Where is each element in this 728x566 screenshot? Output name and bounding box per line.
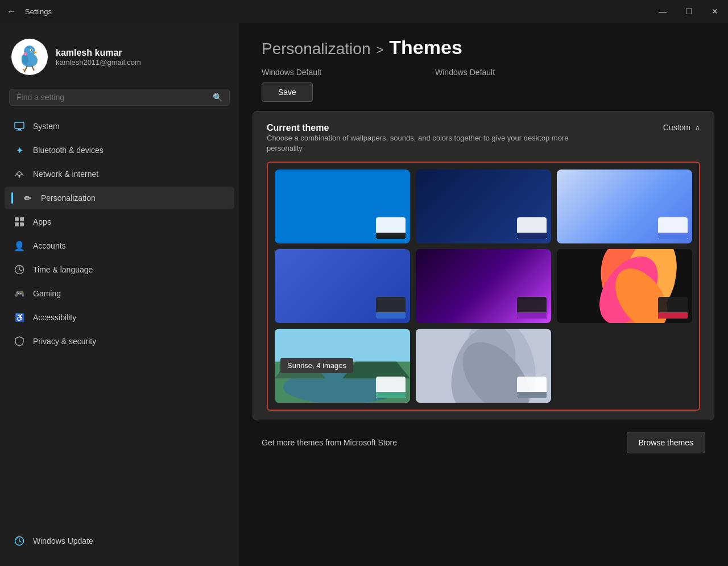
svg-rect-16 xyxy=(15,122,24,129)
apps-icon xyxy=(14,216,25,228)
maximize-button[interactable]: ☐ xyxy=(676,0,702,23)
personalization-icon: ✏ xyxy=(22,192,33,204)
app-title: Settings xyxy=(25,7,52,16)
theme-card-blue-solid[interactable] xyxy=(275,170,410,243)
svg-point-11 xyxy=(25,53,26,55)
svg-rect-23 xyxy=(20,222,24,226)
bottom-bar: Get more themes from Microsoft Store Bro… xyxy=(239,423,728,462)
save-button[interactable]: Save xyxy=(262,82,313,102)
main-content: Personalization > Themes Windows Default… xyxy=(239,23,728,566)
mini-window xyxy=(658,297,688,319)
sidebar-item-system[interactable]: System xyxy=(5,115,234,138)
windows-default-row: Windows Default Windows Default xyxy=(262,68,705,77)
nav-items: System ✦ Bluetooth & devices Network & i… xyxy=(0,115,239,353)
search-input[interactable] xyxy=(16,93,208,102)
custom-label: Custom xyxy=(663,123,690,132)
mini-window xyxy=(376,377,406,398)
sidebar-label-apps: Apps xyxy=(33,217,51,226)
user-profile[interactable]: kamlesh kumar kamlesh2011@gmail.com xyxy=(0,32,239,86)
user-info: kamlesh kumar kamlesh2011@gmail.com xyxy=(56,48,141,67)
more-themes-text: Get more themes from Microsoft Store xyxy=(262,438,397,447)
gaming-icon: 🎮 xyxy=(14,288,25,299)
sidebar-label-personalization: Personalization xyxy=(41,193,96,203)
chevron-up-icon: ∧ xyxy=(695,123,700,131)
system-icon xyxy=(14,121,25,132)
browse-themes-button[interactable]: Browse themes xyxy=(627,432,705,453)
breadcrumb-parent[interactable]: Personalization xyxy=(262,40,370,58)
sidebar-item-accounts[interactable]: 👤 Accounts xyxy=(5,234,234,257)
sidebar-item-personalization[interactable]: ✏ Personalization xyxy=(5,187,234,209)
mini-window xyxy=(376,217,406,239)
mini-window xyxy=(517,297,547,319)
search-box[interactable]: 🔍 xyxy=(9,89,230,106)
network-icon xyxy=(14,168,25,180)
sidebar-label-system: System xyxy=(33,122,60,131)
windows-default-1: Windows Default xyxy=(262,68,321,77)
active-indicator xyxy=(11,192,13,204)
user-name: kamlesh kumar xyxy=(56,48,141,58)
breadcrumb: Personalization > Themes xyxy=(239,23,728,68)
avatar xyxy=(11,39,48,75)
sidebar-item-gaming[interactable]: 🎮 Gaming xyxy=(5,282,234,305)
close-button[interactable]: ✕ xyxy=(702,0,728,23)
section-header: Windows Default Windows Default Save xyxy=(239,68,728,111)
sidebar-item-apps[interactable]: Apps xyxy=(5,210,234,233)
sidebar-bottom: Windows Update xyxy=(0,525,239,557)
user-email: kamlesh2011@gmail.com xyxy=(56,58,141,67)
breadcrumb-separator: > xyxy=(376,43,383,57)
theme-title-area: Current theme Choose a combination of wa… xyxy=(267,123,597,154)
sidebar-item-windows-update[interactable]: Windows Update xyxy=(5,530,234,552)
theme-card-purple-glow[interactable] xyxy=(416,249,551,323)
windows-default-2: Windows Default xyxy=(435,68,495,77)
mini-window xyxy=(658,217,688,239)
svg-line-26 xyxy=(19,270,22,271)
windows-update-icon xyxy=(14,535,25,547)
sidebar-item-time[interactable]: Time & language xyxy=(5,258,234,281)
mini-window xyxy=(376,297,406,319)
theme-title: Current theme xyxy=(267,123,597,133)
accessibility-icon: ♿ xyxy=(14,312,25,323)
sidebar-label-network: Network & internet xyxy=(33,170,98,179)
svg-rect-18 xyxy=(16,130,22,131)
window-controls: — ☐ ✕ xyxy=(650,0,728,23)
theme-card-win11-bloom[interactable] xyxy=(557,170,692,243)
sidebar-item-bluetooth[interactable]: ✦ Bluetooth & devices xyxy=(5,139,234,162)
sidebar: kamlesh kumar kamlesh2011@gmail.com 🔍 Sy… xyxy=(0,23,239,566)
current-theme-section: Current theme Choose a combination of wa… xyxy=(253,111,714,420)
theme-header: Current theme Choose a combination of wa… xyxy=(267,123,700,154)
time-icon xyxy=(14,264,25,275)
svg-rect-38 xyxy=(275,329,410,362)
svg-point-10 xyxy=(25,52,27,53)
theme-card-floral[interactable] xyxy=(557,249,692,323)
sidebar-label-accounts: Accounts xyxy=(33,241,66,250)
bluetooth-icon: ✦ xyxy=(14,144,25,156)
title-bar: ← Settings — ☐ ✕ xyxy=(0,0,728,23)
theme-card-win11-grey[interactable] xyxy=(416,329,551,403)
svg-point-4 xyxy=(31,49,32,51)
theme-card-win11-bloom-dark[interactable] xyxy=(275,249,410,323)
sidebar-label-bluetooth: Bluetooth & devices xyxy=(33,146,104,155)
mini-window xyxy=(517,377,547,398)
theme-card-blue-dark[interactable] xyxy=(416,170,551,243)
sidebar-item-network[interactable]: Network & internet xyxy=(5,163,234,185)
svg-rect-22 xyxy=(15,222,19,226)
sidebar-item-privacy[interactable]: Privacy & security xyxy=(5,330,234,353)
theme-description: Choose a combination of wallpapers, soun… xyxy=(267,133,597,154)
theme-grid: Sunrise, 4 images xyxy=(275,170,692,403)
sidebar-label-gaming: Gaming xyxy=(33,289,61,298)
theme-custom-area[interactable]: Custom ∧ xyxy=(663,123,700,132)
svg-rect-17 xyxy=(18,129,21,130)
sidebar-label-accessibility: Accessibility xyxy=(33,313,76,322)
theme-card-sunrise[interactable]: Sunrise, 4 images xyxy=(275,329,410,403)
privacy-icon xyxy=(14,336,25,347)
accounts-icon: 👤 xyxy=(14,240,25,251)
search-icon: 🔍 xyxy=(213,93,222,102)
svg-point-19 xyxy=(19,176,20,178)
minimize-button[interactable]: — xyxy=(650,0,676,23)
sidebar-label-windows-update: Windows Update xyxy=(33,536,93,546)
app-container: kamlesh kumar kamlesh2011@gmail.com 🔍 Sy… xyxy=(0,23,728,566)
sidebar-item-accessibility[interactable]: ♿ Accessibility xyxy=(5,306,234,329)
breadcrumb-current: Themes xyxy=(389,36,462,59)
back-icon[interactable]: ← xyxy=(7,6,16,16)
svg-rect-20 xyxy=(15,217,19,221)
